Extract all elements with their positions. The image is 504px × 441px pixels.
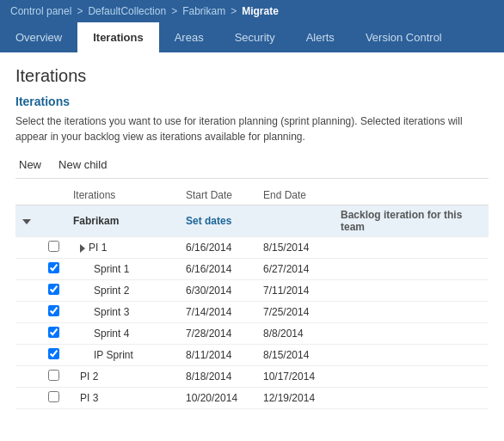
end-date bbox=[256, 205, 334, 237]
start-date: 8/11/2014 bbox=[179, 345, 256, 366]
iteration-name: PI 2 bbox=[66, 366, 179, 388]
breadcrumb-item-control-panel[interactable]: Control panel bbox=[10, 5, 71, 17]
iteration-name-label: Sprint 4 bbox=[94, 328, 129, 340]
expand-cell bbox=[15, 388, 41, 409]
iteration-checkbox[interactable] bbox=[48, 391, 59, 402]
start-date: 6/30/2014 bbox=[179, 280, 256, 302]
th-iterations: Iterations bbox=[66, 186, 179, 205]
iteration-name: Sprint 3 bbox=[66, 302, 179, 323]
end-date: 6/27/2014 bbox=[256, 259, 334, 280]
start-date: 10/20/2014 bbox=[179, 388, 256, 409]
tab-iterations[interactable]: Iterations bbox=[77, 22, 159, 52]
expand-cell[interactable] bbox=[15, 205, 41, 237]
end-date: 12/19/2014 bbox=[256, 388, 334, 409]
iteration-name-label: Fabrikam bbox=[73, 215, 119, 227]
start-date[interactable]: Set dates bbox=[179, 205, 256, 237]
checkbox-cell bbox=[41, 237, 66, 259]
iteration-name: Sprint 2 bbox=[66, 280, 179, 302]
iteration-checkbox[interactable] bbox=[48, 262, 59, 273]
tab-alerts[interactable]: Alerts bbox=[291, 22, 350, 52]
table-row: PI 16/16/20148/15/2014 bbox=[15, 237, 489, 259]
table-row: Sprint 47/28/20148/8/2014 bbox=[15, 323, 489, 345]
backlog-label bbox=[334, 345, 489, 366]
backlog-label bbox=[334, 237, 489, 259]
end-date: 8/8/2014 bbox=[256, 323, 334, 345]
iteration-name: Fabrikam bbox=[66, 205, 179, 237]
start-date: 6/16/2014 bbox=[179, 259, 256, 280]
iteration-checkbox[interactable] bbox=[48, 327, 59, 338]
start-date: 8/18/2014 bbox=[179, 366, 256, 388]
tab-version-control[interactable]: Version Control bbox=[350, 22, 458, 52]
expand-cell bbox=[15, 259, 41, 280]
checkbox-cell bbox=[41, 280, 66, 302]
iteration-name: PI 3 bbox=[66, 388, 179, 409]
set-dates-link[interactable]: Set dates bbox=[186, 215, 231, 227]
checkbox-cell bbox=[41, 388, 66, 409]
backlog-label bbox=[334, 388, 489, 409]
breadcrumb-sep-3: > bbox=[230, 5, 237, 17]
iteration-name-label: IP Sprint bbox=[94, 349, 133, 361]
table-row: PI 310/20/201412/19/2014 bbox=[15, 388, 489, 409]
breadcrumb: Control panel > DefaultCollection > Fabr… bbox=[0, 0, 504, 22]
th-check bbox=[41, 186, 66, 205]
table-row: FabrikamSet datesBacklog iteration for t… bbox=[15, 205, 489, 237]
iteration-name-label: PI 3 bbox=[80, 392, 98, 404]
expand-cell bbox=[15, 323, 41, 345]
table-row: Sprint 37/14/20147/25/2014 bbox=[15, 302, 489, 323]
th-backlog bbox=[334, 186, 489, 205]
iteration-checkbox[interactable] bbox=[48, 284, 59, 295]
iteration-checkbox[interactable] bbox=[48, 241, 59, 252]
th-expand bbox=[15, 186, 41, 205]
iteration-name-label: Sprint 3 bbox=[94, 306, 129, 318]
iteration-checkbox[interactable] bbox=[48, 370, 59, 381]
backlog-label bbox=[334, 259, 489, 280]
iteration-checkbox[interactable] bbox=[48, 305, 59, 316]
expand-cell[interactable] bbox=[15, 237, 41, 259]
iteration-name-label: PI 2 bbox=[80, 371, 98, 383]
iteration-name: Sprint 4 bbox=[66, 323, 179, 345]
expand-down-icon[interactable] bbox=[22, 219, 31, 224]
table-row: IP Sprint8/11/20148/15/2014 bbox=[15, 345, 489, 366]
breadcrumb-item-fabrikam[interactable]: Fabrikam bbox=[182, 5, 225, 17]
end-date: 8/15/2014 bbox=[256, 345, 334, 366]
end-date: 8/15/2014 bbox=[256, 237, 334, 259]
new-button[interactable]: New bbox=[15, 156, 45, 173]
tab-areas[interactable]: Areas bbox=[159, 22, 219, 52]
backlog-label bbox=[334, 323, 489, 345]
iteration-checkbox[interactable] bbox=[48, 348, 59, 359]
breadcrumb-item-collection[interactable]: DefaultCollection bbox=[88, 5, 166, 17]
page-title: Iterations bbox=[15, 66, 489, 86]
iteration-name: IP Sprint bbox=[66, 345, 179, 366]
backlog-label: Backlog iteration for this team bbox=[334, 205, 489, 237]
table-header-row: Iterations Start Date End Date bbox=[15, 186, 489, 205]
breadcrumb-sep-2: > bbox=[171, 5, 177, 17]
expand-right-icon[interactable] bbox=[80, 244, 85, 253]
checkbox-cell bbox=[41, 323, 66, 345]
th-start-date: Start Date bbox=[179, 186, 256, 205]
breadcrumb-sep-1: > bbox=[77, 5, 83, 17]
table-row: Sprint 26/30/20147/11/2014 bbox=[15, 280, 489, 302]
expand-cell bbox=[15, 345, 41, 366]
tab-overview[interactable]: Overview bbox=[0, 22, 77, 52]
backlog-label bbox=[334, 302, 489, 323]
backlog-label bbox=[334, 366, 489, 388]
description: Select the iterations you want to use fo… bbox=[15, 113, 489, 144]
checkbox-cell bbox=[41, 302, 66, 323]
section-title: Iterations bbox=[15, 95, 489, 108]
tab-security[interactable]: Security bbox=[219, 22, 291, 52]
iterations-table: Iterations Start Date End Date FabrikamS… bbox=[15, 186, 489, 409]
table-row: PI 28/18/201410/17/2014 bbox=[15, 366, 489, 388]
th-end-date: End Date bbox=[256, 186, 334, 205]
page-content: Iterations Iterations Select the iterati… bbox=[0, 52, 504, 418]
iteration-name-label: Sprint 1 bbox=[94, 263, 129, 275]
backlog-label bbox=[334, 280, 489, 302]
iteration-name-label: Sprint 2 bbox=[94, 285, 129, 297]
new-child-button[interactable]: New child bbox=[55, 156, 110, 173]
iteration-name: PI 1 bbox=[66, 237, 179, 259]
start-date: 7/28/2014 bbox=[179, 323, 256, 345]
expand-cell bbox=[15, 366, 41, 388]
checkbox-cell bbox=[41, 259, 66, 280]
toolbar: New New child bbox=[15, 156, 489, 179]
end-date: 7/25/2014 bbox=[256, 302, 334, 323]
iteration-name: Sprint 1 bbox=[66, 259, 179, 280]
